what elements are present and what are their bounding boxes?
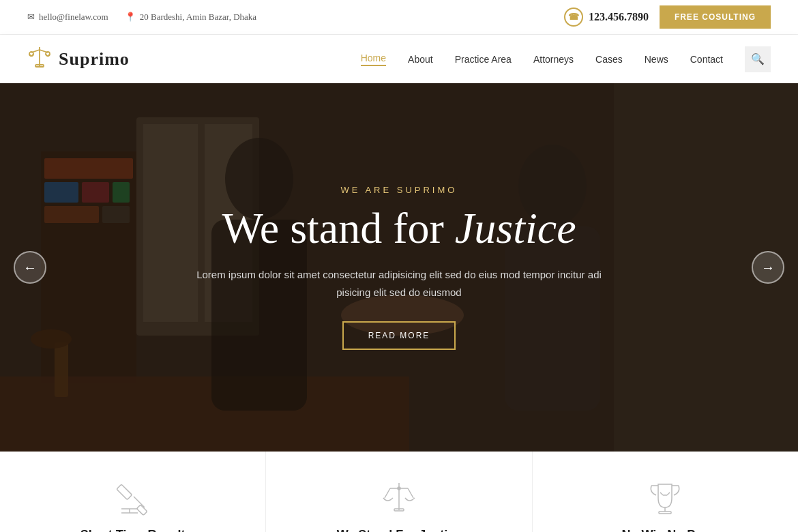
nav-practice[interactable]: Practice Area <box>455 54 512 65</box>
card-short-time: Short Time Result Lorem ipsum dolor sit … <box>0 452 266 532</box>
phone-number: 123.456.7890 <box>589 11 649 23</box>
prev-slide-button[interactable]: ← <box>14 251 46 284</box>
trophy-icon <box>557 479 773 516</box>
card-1-title: Short Time Result <box>25 528 241 532</box>
hero-title-italic: Justice <box>455 204 576 252</box>
nav-news[interactable]: News <box>645 54 668 65</box>
email-item: ✉ hello@finelaw.com <box>27 12 108 23</box>
top-bar-left: ✉ hello@finelaw.com 📍 20 Bardeshi, Amin … <box>27 12 256 23</box>
svg-line-35 <box>408 488 413 498</box>
card-justice: We Stand For Justice Lorem ipsum dolor s… <box>266 452 532 532</box>
nav-about[interactable]: About <box>408 54 433 65</box>
card-2-title: We Stand For Justice <box>291 528 507 532</box>
scales-icon <box>291 479 507 516</box>
hero-content: WE ARE SUPRIMO We stand for Justice Lore… <box>167 185 631 350</box>
arrow-right-icon: → <box>761 260 775 276</box>
arrow-left-icon: ← <box>23 260 37 276</box>
card-no-win: No Win No Pay Lorem ipsum dolor sit amet… <box>533 452 798 532</box>
nav-attorneys[interactable]: Attorneys <box>533 54 574 65</box>
svg-line-42 <box>660 492 663 495</box>
consulting-button[interactable]: FREE COSULTING <box>660 5 771 29</box>
gavel-icon <box>25 479 241 516</box>
hero-section: WE ARE SUPRIMO We stand for Justice Lore… <box>0 83 798 452</box>
svg-rect-41 <box>659 512 671 514</box>
hero-title-main: We stand for <box>222 204 443 252</box>
top-bar-right: ☎ 123.456.7890 FREE COSULTING <box>564 5 771 29</box>
email-text: hello@finelaw.com <box>39 12 108 23</box>
next-slide-button[interactable]: → <box>752 251 784 284</box>
nav-cases[interactable]: Cases <box>595 54 623 65</box>
search-icon: 🔍 <box>751 53 765 65</box>
logo-icon <box>27 44 52 74</box>
hero-description: Lorem ipsum dolor sit amet consectetur a… <box>194 266 604 301</box>
hero-subtitle: WE ARE SUPRIMO <box>194 185 604 195</box>
hero-title: We stand for Justice <box>194 205 604 252</box>
email-icon: ✉ <box>27 12 35 23</box>
header: Suprimo Home About Practice Area Attorne… <box>0 35 798 83</box>
card-3-title: No Win No Pay <box>557 528 773 532</box>
read-more-button[interactable]: READ MORE <box>342 321 456 350</box>
cards-section: Short Time Result Lorem ipsum dolor sit … <box>0 452 798 532</box>
svg-line-34 <box>385 488 390 498</box>
phone-icon: ☎ <box>564 8 583 27</box>
logo-text: Suprimo <box>59 49 130 70</box>
svg-line-43 <box>667 492 670 495</box>
logo: Suprimo <box>27 44 130 74</box>
address-text: 20 Bardeshi, Amin Bazar, Dhaka <box>140 12 256 23</box>
svg-point-37 <box>398 487 400 490</box>
svg-rect-26 <box>117 484 132 500</box>
nav: Home About Practice Area Attorneys Cases… <box>361 46 771 72</box>
nav-contact[interactable]: Contact <box>690 54 723 65</box>
phone-wrap: ☎ 123.456.7890 <box>564 8 649 27</box>
location-icon: 📍 <box>125 12 136 23</box>
svg-rect-28 <box>136 505 147 516</box>
address-item: 📍 20 Bardeshi, Amin Bazar, Dhaka <box>125 12 256 23</box>
search-button[interactable]: 🔍 <box>745 46 771 72</box>
nav-home[interactable]: Home <box>361 53 386 66</box>
top-bar: ✉ hello@finelaw.com 📍 20 Bardeshi, Amin … <box>0 0 798 35</box>
